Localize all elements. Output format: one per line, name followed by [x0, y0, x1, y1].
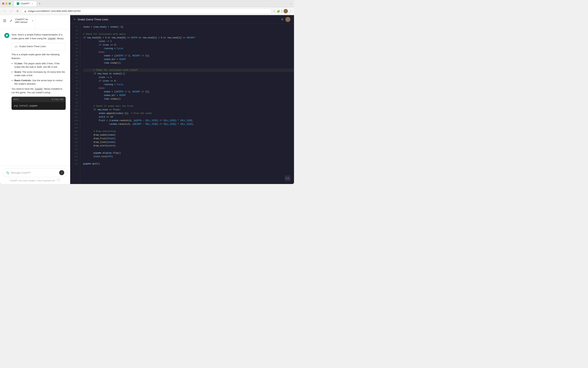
extensions-icon[interactable]: 🧩 — [277, 10, 280, 13]
send-button[interactable]: ↑ — [59, 170, 64, 175]
collapse-icon[interactable]: ▼ — [80, 120, 80, 121]
code-line: draw_lives(lives) — [83, 140, 294, 144]
list-item: Score: The score increases by 10 every t… — [14, 70, 66, 77]
reload-button[interactable]: ↻ — [15, 9, 20, 14]
code-language-label: bash — [14, 98, 18, 101]
code-line: snake = [(WIDTH // 2, HEIGHT // 2)] — [83, 90, 294, 94]
address-bar: ← → ↻ 🔒 chatgpt.com/c/66ffa547-2418-800b… — [0, 7, 294, 15]
collapse-icon[interactable]: ▼ — [80, 73, 80, 75]
line-number: 112 — [74, 151, 78, 155]
compose-icon — [10, 19, 13, 22]
attach-button[interactable]: 📎 — [6, 171, 9, 175]
address-input[interactable]: 🔒 chatgpt.com/c/66ffa547-2418-800b-8308-… — [22, 9, 272, 14]
chat-messages: Sure, here's a simple Python implementat… — [0, 29, 70, 166]
line-number: 98 — [76, 101, 78, 104]
code-content-area: snake = [new_head] + snake[:-1]# Check f… — [80, 24, 294, 184]
collapse-icon[interactable]: ▼ — [80, 109, 80, 111]
line-number: 107 — [74, 133, 78, 137]
message-body: Sure, here's a simple Python implementat… — [11, 33, 66, 110]
bash-code-block: bash ⧉ Copy code pip install pygame — [11, 97, 66, 110]
line-number: 113 — [74, 155, 78, 158]
list-item: 3 Lives: The player starts with 3 lives.… — [14, 62, 66, 69]
code-editor: 77787980▼8182▼8384▼858687888990▼9192▼939… — [70, 24, 294, 184]
close-panel-button[interactable]: × — [74, 18, 75, 21]
code-line: running = False — [83, 83, 294, 86]
tab-bar: ChatGPT × + — [14, 1, 289, 6]
bookmark-icon[interactable]: ☆ — [273, 10, 276, 13]
maximize-traffic-light[interactable] — [9, 2, 11, 5]
line-number: 99 — [76, 104, 78, 108]
user-profile-button[interactable] — [284, 9, 288, 13]
panel-title: Snake Game Three Lives — [78, 18, 279, 21]
expand-button[interactable]: [⤢] — [285, 175, 290, 181]
bash-code-content: pip install pygame — [11, 102, 66, 110]
copy-code-button[interactable]: ⧉ Copy code — [52, 98, 63, 101]
features-list: 3 Lives: The player starts with 3 lives.… — [11, 62, 66, 86]
code-line: # Check for collisions with walls — [83, 32, 294, 36]
code-line: random.randint(0, (HEIGHT - CELL_SIZE) /… — [83, 122, 294, 126]
collapse-icon[interactable]: ▼ — [80, 37, 80, 39]
line-number: 96 — [76, 94, 78, 97]
line-number: 114 — [74, 158, 78, 162]
sidebar-toggle-button[interactable] — [2, 18, 7, 23]
collapse-icon[interactable]: ▼ — [80, 52, 80, 53]
assistant-avatar — [4, 33, 9, 38]
line-number: 94▼ — [76, 86, 78, 90]
code-line — [83, 29, 294, 32]
new-chat-button[interactable] — [9, 18, 14, 23]
code-line: if new_head == fruit: — [83, 108, 294, 112]
openai-logo — [6, 34, 8, 37]
code-line: lives -= 1 — [83, 40, 294, 43]
collapse-icon[interactable]: ▼ — [80, 80, 80, 82]
new-tab-button[interactable]: + — [37, 1, 42, 6]
close-traffic-light[interactable] — [2, 2, 4, 5]
help-button[interactable]: ? — [56, 178, 60, 182]
collapse-icon[interactable]: ▼ — [80, 88, 80, 89]
code-line — [83, 126, 294, 130]
dropdown-arrow-icon: ▾ — [32, 20, 33, 22]
line-number: 104 — [74, 122, 78, 126]
collapse-icon[interactable]: ▼ — [80, 44, 80, 46]
browser-tab[interactable]: ChatGPT × — [14, 1, 37, 6]
code-line: if new_head in snake[1:]: — [83, 72, 294, 76]
line-number: 97 — [76, 97, 78, 101]
pygame-note-inline: pygame — [34, 88, 44, 91]
browser-dropdown[interactable]: ⌄ — [290, 2, 292, 5]
tab-close-button[interactable]: × — [31, 2, 34, 5]
browser-window: ChatGPT × + ⌄ ← → ↻ 🔒 chatgpt.com/c/66ff… — [0, 0, 294, 184]
code-line: time.sleep(1) — [83, 61, 294, 65]
code-panel-header: × Snake Game Three Lives ⧉ — [70, 15, 294, 24]
code-line: # Draw everything — [83, 130, 294, 133]
code-line — [83, 101, 294, 104]
forward-button[interactable]: → — [9, 9, 14, 14]
code-line: if lives == 0: — [83, 43, 294, 47]
sidebar: ChatGPT 4o with canvas ▾ — [0, 15, 35, 29]
back-button[interactable]: ← — [2, 9, 7, 14]
code-line: snake_dir = RIGHT — [83, 58, 294, 61]
copy-panel-button[interactable]: ⧉ — [281, 18, 283, 21]
line-numbers: 77787980▼8182▼8384▼858687888990▼9192▼939… — [70, 24, 80, 184]
code-line: pygame.quit() — [83, 162, 294, 166]
line-number: 92▼ — [76, 79, 78, 83]
message-input[interactable]: Message ChatGPT — [11, 171, 58, 174]
line-number: 83 — [76, 47, 78, 50]
line-number: 101 — [74, 112, 78, 115]
svg-rect-1 — [3, 20, 6, 21]
app-title-text: ChatGPT 4o with canvas — [15, 18, 31, 23]
canvas-button[interactable]: </> Snake Game Three Lives — [11, 43, 66, 51]
code-line: snake_dir = RIGHT — [83, 94, 294, 97]
line-number: 95 — [76, 90, 78, 94]
bash-command: pip install pygame — [14, 105, 37, 107]
line-number: 82▼ — [76, 43, 78, 47]
library-text: library: — [57, 37, 64, 40]
code-line — [83, 158, 294, 162]
minimize-traffic-light[interactable] — [5, 2, 8, 5]
app-title-button[interactable]: ChatGPT 4o with canvas ▾ — [15, 18, 33, 23]
panel-actions: ⧉ — [281, 17, 290, 22]
line-number: 78 — [76, 29, 78, 32]
sidebar-icon — [3, 19, 6, 22]
code-panel: × Snake Game Three Lives ⧉ 77787980▼8182… — [70, 15, 294, 184]
menu-icon[interactable]: ⋮ — [289, 10, 292, 13]
assistant-message: Sure, here's a simple Python implementat… — [4, 33, 66, 110]
line-number: 85 — [76, 54, 78, 58]
